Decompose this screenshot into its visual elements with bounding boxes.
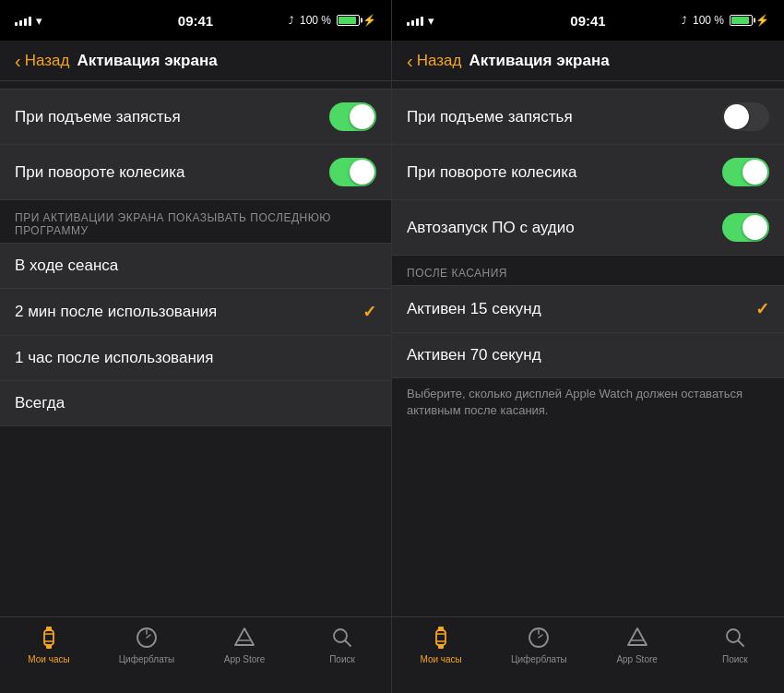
tab-icon-dialface-2 bbox=[526, 625, 552, 651]
list-item-2min[interactable]: 2 мин после использования ✓ bbox=[0, 289, 391, 336]
nav-bar-1: ‹ Назад Активация экрана bbox=[0, 41, 391, 81]
wifi-icon-2: ▾ bbox=[428, 14, 434, 28]
toggle-row-crown-1: При повороте колесика bbox=[0, 145, 391, 200]
battery-bolt-1: ⚡ bbox=[362, 14, 376, 27]
tab-item-appstore-1[interactable]: App Store bbox=[196, 625, 293, 664]
svg-rect-0 bbox=[44, 630, 53, 645]
toggle-wrist-1[interactable] bbox=[329, 102, 376, 131]
svg-rect-15 bbox=[438, 644, 444, 649]
toggle-group-2: При подъеме запястья При повороте колеси… bbox=[392, 89, 784, 256]
tab-icon-watch-1 bbox=[36, 625, 62, 651]
battery-container-2: ⚡ bbox=[730, 14, 769, 27]
tab-bar-2: Мои часы Циферблаты App Store bbox=[392, 616, 784, 693]
toggle-knob-wrist-2 bbox=[724, 104, 749, 129]
content-2: При подъеме запястья При повороте колеси… bbox=[392, 81, 784, 616]
nav-back-button-2[interactable]: ‹ Назад bbox=[407, 52, 461, 70]
tab-icon-appstore-2 bbox=[624, 625, 650, 651]
nav-title-2: Активация экрана bbox=[469, 52, 609, 70]
list-item-15sec[interactable]: Активен 15 секунд ✓ bbox=[392, 285, 784, 333]
tab-item-mywatches-2[interactable]: Мои часы bbox=[392, 625, 490, 664]
signal-bars-2 bbox=[407, 15, 423, 26]
signal-bar bbox=[24, 18, 27, 26]
status-left-2: ▾ bbox=[407, 14, 434, 28]
tab-label-appstore-2: App Store bbox=[616, 654, 657, 664]
tab-icon-search-2 bbox=[722, 625, 748, 651]
svg-line-21 bbox=[738, 641, 743, 647]
toggle-row-wrist-1: При подъеме запястья bbox=[0, 89, 391, 145]
back-label-1: Назад bbox=[25, 52, 70, 70]
svg-line-18 bbox=[539, 635, 542, 638]
signal-bar bbox=[29, 17, 31, 26]
tab-label-dialfaces-1: Циферблаты bbox=[119, 654, 175, 664]
checkmark-15sec: ✓ bbox=[755, 299, 769, 319]
battery-fill-1 bbox=[339, 17, 356, 24]
toggle-label-audio-2: Автозапуск ПО с аудио bbox=[407, 219, 575, 237]
battery-percent-2: 100 % bbox=[693, 14, 724, 27]
toggle-wrist-2[interactable] bbox=[722, 102, 769, 131]
battery-1 bbox=[337, 15, 360, 26]
toggle-crown-1[interactable] bbox=[329, 158, 376, 186]
nav-back-button-1[interactable]: ‹ Назад bbox=[15, 52, 69, 70]
toggle-knob-crown-2 bbox=[742, 160, 767, 185]
section-header-1: ПРИ АКТИВАЦИИ ЭКРАНА ПОКАЗЫВАТЬ ПОСЛЕДНЮ… bbox=[0, 200, 391, 243]
tab-item-search-1[interactable]: Поиск bbox=[293, 625, 391, 664]
tab-label-search-1: Поиск bbox=[329, 654, 355, 664]
svg-rect-4 bbox=[46, 644, 52, 649]
list-item-session[interactable]: В ходе сеанса bbox=[0, 243, 391, 289]
nav-title-1: Активация экрана bbox=[77, 52, 217, 70]
list-label-2min: 2 мин после использования bbox=[15, 303, 217, 321]
content-1: При подъеме запястья При повороте колеси… bbox=[0, 81, 391, 616]
toggle-row-crown-2: При повороте колесика bbox=[392, 145, 784, 200]
tab-icon-search-1 bbox=[329, 625, 355, 651]
tab-item-dialfaces-1[interactable]: Циферблаты bbox=[98, 625, 196, 664]
checkmark-2min: ✓ bbox=[362, 302, 376, 322]
wifi-icon-1: ▾ bbox=[36, 14, 42, 28]
status-time-2: 09:41 bbox=[570, 13, 605, 29]
tab-item-dialfaces-2[interactable]: Циферблаты bbox=[490, 625, 588, 664]
toggle-label-crown-2: При повороте колесика bbox=[407, 163, 577, 182]
tab-item-search-2[interactable]: Поиск bbox=[686, 625, 784, 664]
tab-icon-watch-2 bbox=[428, 625, 454, 651]
list-item-70sec[interactable]: Активен 70 секунд bbox=[392, 333, 784, 378]
description-text-2: Выберите, сколько дисплей Apple Watch до… bbox=[392, 378, 784, 430]
signal-bars-1 bbox=[15, 15, 31, 26]
tab-icon-dialface-1 bbox=[134, 625, 160, 651]
tab-item-mywatches-1[interactable]: Мои часы bbox=[0, 625, 98, 664]
toggle-label-wrist-2: При подъеме запястья bbox=[407, 108, 573, 126]
status-right-2: ⤴ 100 % ⚡ bbox=[682, 14, 769, 27]
status-right-1: ⤴ 100 % ⚡ bbox=[289, 14, 376, 27]
toggle-group-1: При подъеме запястья При повороте колеси… bbox=[0, 89, 391, 200]
signal-bar bbox=[15, 22, 18, 26]
section-header-2: ПОСЛЕ КАСАНИЯ bbox=[392, 256, 784, 285]
back-label-2: Назад bbox=[417, 52, 462, 70]
status-left-1: ▾ bbox=[15, 14, 42, 28]
tab-label-dialfaces-2: Циферблаты bbox=[511, 654, 567, 664]
list-group-2: Активен 15 секунд ✓ Активен 70 секунд bbox=[392, 285, 784, 378]
svg-line-10 bbox=[346, 641, 351, 647]
svg-rect-3 bbox=[46, 627, 52, 631]
tab-icon-appstore-1 bbox=[232, 625, 257, 651]
status-bar-2: ▾ 09:41 ⤴ 100 % ⚡ bbox=[392, 0, 784, 41]
chevron-left-icon-1: ‹ bbox=[15, 52, 21, 70]
toggle-crown-2[interactable] bbox=[722, 158, 769, 186]
toggle-audio-2[interactable] bbox=[722, 213, 769, 242]
tab-item-appstore-2[interactable]: App Store bbox=[588, 625, 686, 664]
list-item-1hour[interactable]: 1 час после использования bbox=[0, 336, 391, 381]
tab-label-search-2: Поиск bbox=[722, 654, 748, 664]
tab-label-mywatches-1: Мои часы bbox=[28, 654, 69, 664]
toggle-knob-audio-2 bbox=[742, 215, 767, 240]
svg-rect-11 bbox=[436, 630, 445, 645]
list-label-session: В ходе сеанса bbox=[15, 257, 118, 275]
nav-bar-2: ‹ Назад Активация экрана bbox=[392, 41, 784, 81]
signal-bar bbox=[407, 22, 410, 26]
battery-container-1: ⚡ bbox=[337, 14, 376, 27]
status-time-1: 09:41 bbox=[178, 13, 213, 29]
list-item-always[interactable]: Всегда bbox=[0, 381, 391, 426]
list-group-1: В ходе сеанса 2 мин после использования … bbox=[0, 243, 391, 426]
list-label-15sec: Активен 15 секунд bbox=[407, 300, 541, 318]
tab-label-mywatches-2: Мои часы bbox=[420, 654, 461, 664]
phone-screen-1: ▾ 09:41 ⤴ 100 % ⚡ ‹ Назад Активация экра… bbox=[0, 0, 392, 693]
location-icon-1: ⤴ bbox=[289, 15, 294, 26]
toggle-knob-wrist-1 bbox=[350, 104, 374, 129]
list-label-70sec: Активен 70 секунд bbox=[407, 346, 541, 364]
